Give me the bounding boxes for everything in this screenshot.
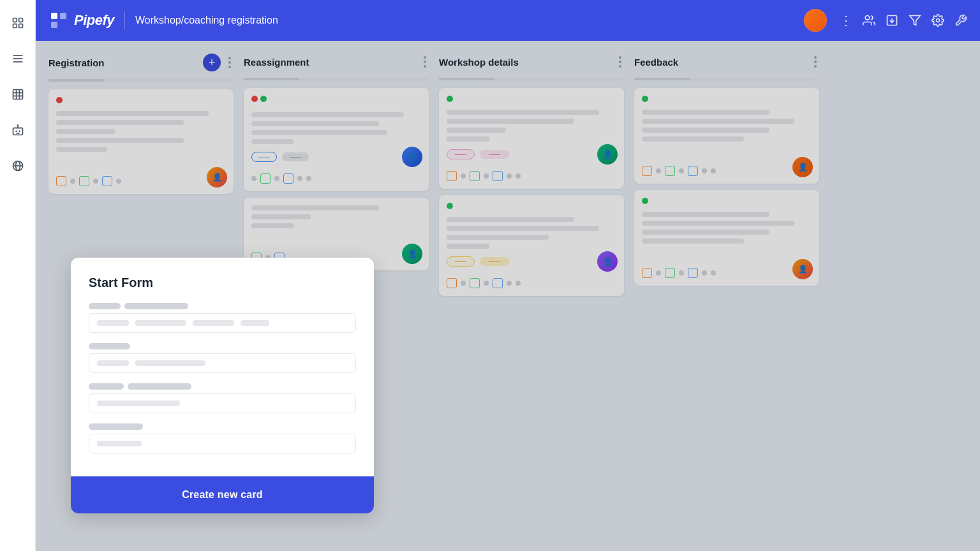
form-group-1 bbox=[89, 303, 356, 333]
sidebar-item-globe[interactable] bbox=[8, 156, 28, 176]
form-label-bar-3a bbox=[89, 383, 124, 390]
header-actions: ⋮ bbox=[804, 9, 967, 32]
logo: Pipefy bbox=[48, 10, 114, 31]
modal-content: Start Form bbox=[71, 258, 374, 476]
svg-rect-2 bbox=[13, 24, 17, 28]
form-input-content-3 bbox=[97, 400, 180, 406]
main-area: Pipefy Workshop/coaching registration ⋮ bbox=[36, 0, 980, 551]
sidebar-item-grid[interactable] bbox=[8, 13, 28, 33]
svg-rect-22 bbox=[51, 22, 57, 28]
svg-rect-1 bbox=[19, 18, 22, 22]
header-more-button[interactable]: ⋮ bbox=[840, 13, 852, 28]
board: Registration + 👤 bbox=[36, 41, 980, 551]
header-title: Workshop/coaching registration bbox=[135, 15, 804, 26]
svg-rect-7 bbox=[13, 90, 22, 99]
svg-point-14 bbox=[19, 130, 20, 132]
form-input-4[interactable] bbox=[89, 434, 356, 453]
wrench-icon[interactable] bbox=[954, 14, 967, 27]
form-label-1 bbox=[89, 303, 356, 309]
form-input-content-4 bbox=[97, 441, 142, 446]
logo-text: Pipefy bbox=[74, 12, 114, 29]
start-form-modal: Start Form bbox=[71, 258, 374, 513]
user-avatar[interactable] bbox=[804, 9, 827, 32]
settings-icon[interactable] bbox=[932, 14, 944, 27]
svg-rect-20 bbox=[51, 13, 57, 19]
filter-icon[interactable] bbox=[909, 14, 921, 27]
sidebar-item-bot[interactable] bbox=[8, 120, 28, 140]
form-label-bar-3b bbox=[128, 383, 191, 390]
svg-rect-0 bbox=[13, 18, 17, 22]
svg-point-16 bbox=[17, 124, 19, 126]
form-label-bar-1a bbox=[89, 303, 121, 309]
form-label-4 bbox=[89, 423, 356, 430]
svg-point-13 bbox=[15, 130, 17, 132]
form-label-bar-4 bbox=[89, 423, 143, 430]
create-new-card-button[interactable]: Create new card bbox=[71, 476, 374, 513]
sidebar-item-table[interactable] bbox=[8, 84, 28, 105]
form-group-4 bbox=[89, 423, 356, 453]
form-label-bar-2 bbox=[89, 343, 130, 349]
svg-point-23 bbox=[865, 16, 870, 20]
form-group-3 bbox=[89, 383, 356, 413]
svg-rect-3 bbox=[19, 24, 22, 28]
svg-rect-12 bbox=[13, 128, 22, 135]
form-group-2 bbox=[89, 343, 356, 373]
svg-point-27 bbox=[937, 19, 940, 22]
form-input-2[interactable] bbox=[89, 353, 356, 373]
header: Pipefy Workshop/coaching registration ⋮ bbox=[36, 0, 980, 41]
form-input-content-1 bbox=[97, 320, 269, 326]
svg-marker-26 bbox=[910, 16, 921, 26]
sidebar bbox=[0, 0, 36, 551]
members-icon[interactable] bbox=[863, 14, 875, 27]
modal-title: Start Form bbox=[89, 276, 356, 290]
form-label-3 bbox=[89, 383, 356, 390]
form-input-3[interactable] bbox=[89, 393, 356, 413]
svg-rect-21 bbox=[60, 13, 66, 19]
form-input-1[interactable] bbox=[89, 313, 356, 333]
form-input-content-2 bbox=[97, 360, 205, 366]
form-label-2 bbox=[89, 343, 356, 349]
sidebar-item-list[interactable] bbox=[8, 48, 28, 69]
form-label-bar-1b bbox=[124, 303, 188, 309]
import-icon[interactable] bbox=[886, 14, 898, 27]
